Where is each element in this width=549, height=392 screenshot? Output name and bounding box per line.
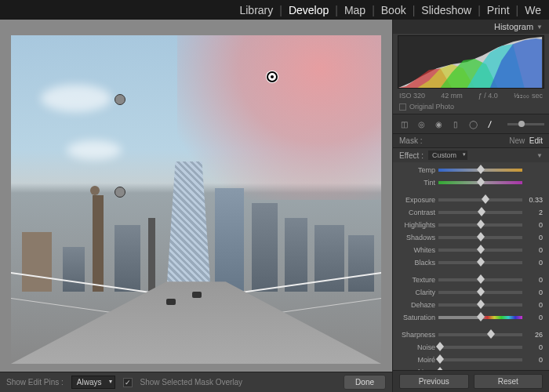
- canvas-area: Show Edit Pins : Always ✓ Show Selected …: [0, 20, 392, 392]
- effect-preset-select[interactable]: Custom: [428, 151, 467, 160]
- brush-tool-icon[interactable]: 〳: [484, 118, 496, 130]
- edit-pin-active[interactable]: [267, 71, 278, 82]
- module-print[interactable]: Print: [482, 4, 514, 16]
- highlights-slider[interactable]: [438, 223, 522, 227]
- saturation-slider[interactable]: [438, 316, 522, 319]
- module-library[interactable]: Library: [235, 4, 278, 16]
- gradient-tool-icon[interactable]: ▯: [449, 118, 462, 130]
- show-pins-label: Show Edit Pins :: [6, 378, 64, 387]
- effect-disclosure-icon[interactable]: ▼: [536, 152, 543, 159]
- noise-slider[interactable]: [438, 346, 522, 349]
- temp-slider[interactable]: [438, 169, 522, 172]
- mask-new[interactable]: New: [509, 136, 525, 145]
- show-pins-select[interactable]: Always: [71, 376, 115, 389]
- effect-label: Effect :: [399, 151, 424, 160]
- whites-slider[interactable]: [438, 249, 522, 252]
- reset-button[interactable]: Reset: [474, 374, 544, 389]
- module-map[interactable]: Map: [340, 4, 370, 16]
- toolbar: Show Edit Pins : Always ✓ Show Selected …: [0, 372, 392, 392]
- dehaze-slider[interactable]: [438, 303, 522, 307]
- tint-slider[interactable]: [438, 181, 522, 184]
- module-web[interactable]: We: [520, 4, 546, 16]
- crop-tool-icon[interactable]: ◫: [398, 118, 410, 130]
- right-panel: Histogram ▼ ISO 32042 mmƒ / 4.0¹⁄₃₂₀₀ se…: [392, 20, 549, 392]
- previous-button[interactable]: Previous: [399, 374, 469, 389]
- tool-size-slider[interactable]: [507, 123, 544, 125]
- contrast-slider[interactable]: [438, 211, 522, 214]
- exif-strip: ISO 32042 mmƒ / 4.0¹⁄₃₂₀₀ sec: [393, 90, 549, 101]
- histogram[interactable]: [398, 35, 544, 89]
- clarity-slider[interactable]: [438, 291, 522, 294]
- sharpness-slider[interactable]: [438, 333, 522, 336]
- texture-slider[interactable]: [438, 278, 522, 281]
- histogram-header[interactable]: Histogram ▼: [393, 20, 549, 34]
- adjustment-sliders: Temp Tint Exposure0.33 Contrast2 Highlig…: [393, 162, 549, 370]
- expand-arrow-icon[interactable]: ▲: [271, 0, 278, 1]
- overlay-checkbox[interactable]: ✓: [123, 378, 133, 387]
- edit-pin[interactable]: [115, 94, 125, 105]
- redeye-tool-icon[interactable]: ◉: [432, 118, 445, 130]
- mask-edit[interactable]: Edit: [529, 136, 543, 145]
- spot-tool-icon[interactable]: ◎: [415, 118, 427, 130]
- module-picker: Library| Develop| Map| Book| Slideshow| …: [235, 4, 546, 16]
- radial-tool-icon[interactable]: ◯: [467, 118, 479, 130]
- module-book[interactable]: Book: [376, 4, 411, 16]
- local-tools: ◫ ◎ ◉ ▯ ◯ 〳: [393, 114, 549, 134]
- shadows-slider[interactable]: [438, 236, 522, 239]
- overlay-label: Show Selected Mask Overlay: [140, 378, 243, 387]
- done-button[interactable]: Done: [344, 375, 386, 390]
- original-photo-row[interactable]: Original Photo: [393, 101, 549, 114]
- edit-pin[interactable]: [115, 187, 125, 198]
- blacks-slider[interactable]: [438, 261, 522, 264]
- exposure-slider[interactable]: [438, 198, 522, 201]
- mask-header: Mask : New Edit: [393, 134, 549, 148]
- moire-slider[interactable]: [438, 358, 522, 361]
- photo-preview[interactable]: [11, 35, 381, 364]
- module-slideshow[interactable]: Slideshow: [416, 4, 476, 16]
- module-develop[interactable]: Develop: [284, 4, 333, 16]
